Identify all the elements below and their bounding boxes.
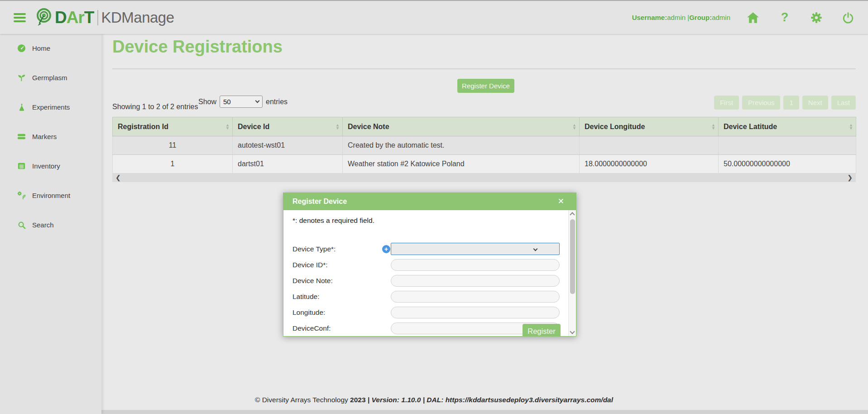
app-logo: DArT KDManage xyxy=(33,7,174,29)
sidebar-item-label: Search xyxy=(32,221,54,229)
cell-device-latitude: 50.00000000000000 xyxy=(719,155,856,173)
sidebar-item-label: Home xyxy=(32,44,50,52)
power-logout-icon[interactable] xyxy=(842,11,854,24)
deviceconf-label: DeviceConf: xyxy=(293,324,365,332)
pagination-page-1-button[interactable]: 1 xyxy=(783,96,799,110)
footer: © Diversity Arrays Technology 2023 | Ver… xyxy=(0,396,868,404)
field-row-device-type: Device Type*: + xyxy=(293,243,559,255)
dart-logo-icon xyxy=(33,7,53,29)
menu-toggle-icon[interactable] xyxy=(14,11,26,24)
pagination-previous-button[interactable]: Previous xyxy=(742,96,780,110)
device-type-label: Device Type*: xyxy=(293,245,365,253)
cell-registration-id: 11 xyxy=(113,136,233,155)
device-note-input[interactable] xyxy=(391,275,560,287)
field-row-longitude: Longitude: xyxy=(293,306,559,318)
sidebar-item-label: Environment xyxy=(32,192,70,199)
cell-device-id: dartst01 xyxy=(233,155,343,173)
field-row-deviceconf: DeviceConf: xyxy=(293,322,559,334)
latitude-input[interactable] xyxy=(391,291,560,303)
page-size-select[interactable]: 50 xyxy=(220,96,263,108)
column-header-device-id[interactable]: Device Id▲▼ xyxy=(233,117,343,136)
modal-header: Register Device xyxy=(283,193,576,210)
device-id-input[interactable] xyxy=(391,259,560,271)
table-horizontal-scrollbar[interactable]: ❮ ❯ xyxy=(112,173,856,182)
field-row-device-id: Device ID*: xyxy=(293,259,559,271)
longitude-input[interactable] xyxy=(391,307,560,318)
modal-title: Register Device xyxy=(283,197,347,206)
page-title: Device Registrations xyxy=(112,37,283,57)
column-header-device-longitude[interactable]: Device Longitude▲▼ xyxy=(580,117,719,136)
sidebar-nav: Home Germplasm Experiments Markers xyxy=(0,34,101,414)
longitude-label: Longitude: xyxy=(293,308,365,317)
sort-icon: ▲▼ xyxy=(336,124,340,130)
modal-vertical-scrollbar[interactable] xyxy=(568,210,576,336)
pagination-first-button[interactable]: First xyxy=(714,96,739,110)
pagination-next-button[interactable]: Next xyxy=(802,96,828,110)
close-icon[interactable]: ✕ xyxy=(558,197,564,206)
footer-copyright: © Diversity Arrays Technology xyxy=(255,396,350,404)
column-header-device-note[interactable]: Device Note▲▼ xyxy=(343,117,580,136)
sidebar-item-germplasm[interactable]: Germplasm xyxy=(0,63,101,92)
environment-icon xyxy=(17,191,26,200)
table-row: 1 dartst01 Weather station #2 Katowice P… xyxy=(113,155,856,173)
field-row-device-note: Device Note: xyxy=(293,274,559,287)
sort-icon: ▲▼ xyxy=(849,124,853,130)
sidebar-item-search[interactable]: Search xyxy=(0,210,101,240)
footer-version-info: | Version: 1.10.0 | DAL: https://kddarts… xyxy=(366,396,613,404)
cell-device-id: autotest-wst01 xyxy=(233,136,343,155)
show-label: Show xyxy=(198,98,216,106)
sort-icon: ▲▼ xyxy=(572,124,576,130)
title-divider xyxy=(112,68,856,69)
device-type-select[interactable] xyxy=(391,243,560,255)
search-icon xyxy=(17,221,26,229)
showing-entries-text: Showing 1 to 2 of 2 entries xyxy=(112,103,198,111)
entries-label: entries xyxy=(266,98,288,106)
help-icon[interactable]: ? xyxy=(778,11,791,24)
cell-device-longitude: 18.0000000000000 xyxy=(580,155,719,173)
sort-icon: ▲▼ xyxy=(711,124,715,130)
brand-divider xyxy=(97,10,98,25)
scroll-down-icon[interactable] xyxy=(570,329,575,334)
inventory-icon xyxy=(17,162,26,170)
register-submit-button[interactable]: Register xyxy=(523,324,561,337)
register-device-button[interactable]: Register Device xyxy=(457,79,514,93)
window-bottom-edge xyxy=(0,410,868,414)
sidebar-item-home[interactable]: Home xyxy=(0,34,101,63)
scroll-left-icon[interactable]: ❮ xyxy=(115,173,121,182)
device-note-label: Device Note: xyxy=(293,277,365,285)
sidebar-item-inventory[interactable]: Inventory xyxy=(0,151,101,181)
sidebar-item-markers[interactable]: Markers xyxy=(0,122,101,151)
scroll-right-icon[interactable]: ❯ xyxy=(847,173,853,182)
column-header-device-latitude[interactable]: Device Latitude▲▼ xyxy=(719,117,856,136)
flask-icon xyxy=(17,103,26,111)
brand-name: DArT xyxy=(55,8,94,27)
scrollbar-thumb[interactable] xyxy=(570,219,575,294)
add-device-type-icon[interactable]: + xyxy=(382,245,390,253)
scroll-up-icon[interactable] xyxy=(570,212,575,217)
pagination-last-button[interactable]: Last xyxy=(831,96,856,110)
sidebar-item-environment[interactable]: Environment xyxy=(0,181,101,210)
sidebar-item-label: Inventory xyxy=(32,162,60,170)
register-device-modal: Register Device ✕ *: denotes a required … xyxy=(283,193,576,337)
sort-icon: ▲▼ xyxy=(225,124,230,130)
cell-device-latitude xyxy=(719,136,856,155)
cell-registration-id: 1 xyxy=(113,155,233,173)
sidebar-item-label: Markers xyxy=(32,133,57,140)
modal-body: *: denotes a required field. Device Type… xyxy=(283,210,576,337)
required-field-note: *: denotes a required field. xyxy=(293,217,374,225)
column-header-registration-id[interactable]: Registration Id▲▼ xyxy=(113,117,233,136)
device-registrations-table: Registration Id▲▼ Device Id▲▼ Device Not… xyxy=(112,117,856,173)
sidebar-item-label: Experiments xyxy=(32,103,70,111)
cell-device-note: Created by the automatic test. xyxy=(343,136,580,155)
sidebar-item-label: Germplasm xyxy=(32,74,67,82)
table-header-row: Registration Id▲▼ Device Id▲▼ Device Not… xyxy=(113,117,856,136)
settings-gear-icon[interactable] xyxy=(810,11,823,24)
field-row-latitude: Latitude: xyxy=(293,290,559,303)
sidebar-item-experiments[interactable]: Experiments xyxy=(0,92,101,122)
page-size-control: Show 50 entries xyxy=(198,96,288,108)
table-row: 11 autotest-wst01 Created by the automat… xyxy=(113,136,856,155)
home-icon[interactable] xyxy=(747,11,759,24)
product-name: KDManage xyxy=(101,9,174,26)
footer-year: 2023 xyxy=(350,396,365,404)
cell-device-note: Weather station #2 Katowice Poland xyxy=(343,155,580,173)
